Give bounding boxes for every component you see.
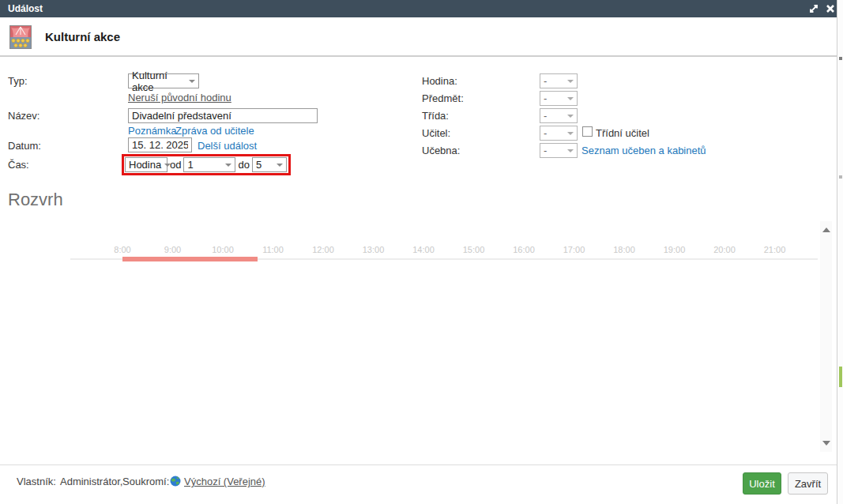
ucitel-select-value: - xyxy=(544,127,547,139)
predmet-label: Předmět: xyxy=(422,92,464,104)
event-header: Kulturní akce xyxy=(0,17,837,57)
hodina-select[interactable]: - xyxy=(540,73,578,88)
timeline-hour-label: 17:00 xyxy=(563,245,585,254)
scroll-marker xyxy=(839,175,842,179)
rozvrh-scrollbar[interactable] xyxy=(820,221,832,452)
rozvrh-title: Rozvrh xyxy=(8,190,63,210)
save-button[interactable]: Uložit xyxy=(743,472,781,495)
chevron-down-icon xyxy=(567,132,574,135)
nerusi-puvodni-hodinu-link[interactable]: Neruší původní hodinu xyxy=(128,92,231,103)
cas-label: Čas: xyxy=(8,159,29,171)
chevron-down-icon xyxy=(567,149,574,152)
maximize-icon[interactable] xyxy=(808,3,819,14)
zprava-od-ucitele-link[interactable]: Zpráva od učitele xyxy=(175,125,254,137)
cas-mode-select[interactable]: Hodina xyxy=(125,157,167,172)
predmet-select-value: - xyxy=(544,92,547,104)
theater-icon xyxy=(9,25,32,52)
datum-label: Datum: xyxy=(8,140,41,152)
do-label: do xyxy=(238,159,249,171)
dialog-title: Událost xyxy=(8,0,43,17)
do-select[interactable]: 5 xyxy=(252,157,287,172)
timeline-hour-label: 8:00 xyxy=(114,245,130,254)
trida-label: Třída: xyxy=(422,110,449,122)
timeline-hour-label: 20:00 xyxy=(713,245,736,254)
timeline-hour-label: 10:00 xyxy=(212,245,234,254)
timeline-hour-label: 16:00 xyxy=(513,245,535,254)
hodina-select-value: - xyxy=(544,75,547,87)
tridni-ucitel-label: Třídní učitel xyxy=(596,127,649,139)
typ-label: Typ: xyxy=(8,75,28,87)
scroll-marker xyxy=(839,57,842,60)
privacy-label: Soukromí: xyxy=(122,476,169,487)
timeline-hour-label: 21:00 xyxy=(764,245,786,254)
dialog-footer: Vlastník: Administrátor, Soukromí: Výcho… xyxy=(0,465,837,504)
timeline-hour-label: 12:00 xyxy=(312,245,334,254)
event-dialog: Událost xyxy=(0,0,843,504)
od-select-value: 1 xyxy=(187,159,193,171)
ucebna-select[interactable]: - xyxy=(540,143,578,158)
delsi-udalost-link[interactable]: Delší událost xyxy=(198,140,257,152)
tridni-ucitel-checkbox[interactable] xyxy=(582,126,593,137)
od-label: od xyxy=(170,159,181,171)
chevron-down-icon xyxy=(567,97,574,100)
chevron-down-icon xyxy=(567,115,574,118)
owner-label: Vlastník: xyxy=(17,476,56,487)
timeline-hour-label: 19:00 xyxy=(664,245,686,254)
timeline-hour-label: 14:00 xyxy=(412,245,435,254)
typ-select-value: Kulturní akce xyxy=(132,70,186,93)
od-select[interactable]: 1 xyxy=(183,157,235,172)
close-button[interactable]: Zavřít xyxy=(788,472,828,495)
timeline-hour-labels: 8:009:0010:0011:0012:0013:0014:0015:0016… xyxy=(0,245,837,256)
seznam-uceben-link[interactable]: Seznam učeben a kabinetů xyxy=(581,145,706,156)
scroll-marker-green xyxy=(839,367,842,387)
predmet-select[interactable]: - xyxy=(540,91,578,106)
chevron-down-icon xyxy=(277,164,283,167)
trida-select[interactable]: - xyxy=(540,108,578,123)
nazev-input[interactable] xyxy=(128,108,318,123)
cas-mode-value: Hodina xyxy=(129,159,161,171)
chevron-down-icon xyxy=(189,80,195,83)
cas-highlight-box: Hodina od 1 do 5 xyxy=(122,154,291,175)
privacy-link[interactable]: Výchozí (Veřejné) xyxy=(184,476,265,487)
modal-window: Událost xyxy=(0,0,837,504)
nazev-label: Název: xyxy=(8,110,40,122)
owner-value: Administrátor, xyxy=(60,476,122,487)
ucitel-select[interactable]: - xyxy=(540,126,578,141)
timeline-selection-bar xyxy=(122,257,258,261)
scroll-down-icon[interactable] xyxy=(822,441,830,446)
ucitel-label: Učitel: xyxy=(422,127,450,139)
timeline-hour-label: 11:00 xyxy=(262,245,284,254)
chevron-down-icon xyxy=(567,80,574,83)
scroll-up-icon[interactable] xyxy=(822,228,830,232)
chevron-down-icon xyxy=(225,164,231,167)
ucebna-label: Učebna: xyxy=(422,145,460,156)
ucebna-select-value: - xyxy=(544,145,547,156)
timeline-hour-label: 13:00 xyxy=(363,245,385,254)
trida-select-value: - xyxy=(544,110,547,122)
timeline-hour-label: 9:00 xyxy=(164,245,181,254)
page-scrollbar-strip[interactable] xyxy=(837,0,843,504)
poznamka-link[interactable]: Poznámka xyxy=(128,125,176,137)
globe-icon xyxy=(170,476,181,490)
timeline-hour-label: 18:00 xyxy=(613,245,635,254)
close-icon[interactable] xyxy=(825,3,836,14)
event-type-title: Kulturní akce xyxy=(45,30,120,43)
hodina-label: Hodina: xyxy=(422,75,457,87)
timeline-hour-label: 15:00 xyxy=(463,245,485,254)
dialog-titlebar: Událost xyxy=(0,0,837,17)
datum-input[interactable] xyxy=(128,137,192,152)
typ-select[interactable]: Kulturní akce xyxy=(128,73,199,88)
do-select-value: 5 xyxy=(256,159,262,171)
